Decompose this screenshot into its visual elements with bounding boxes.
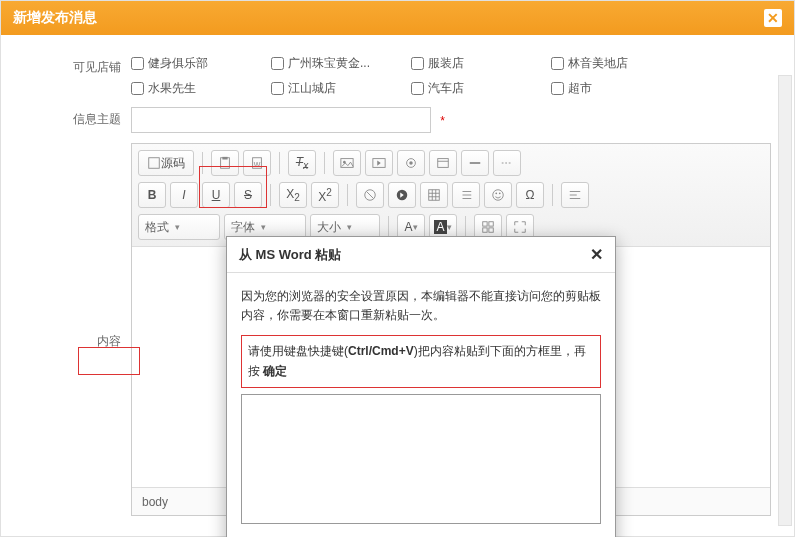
store-label: 健身俱乐部 bbox=[148, 55, 208, 72]
smiley-icon bbox=[491, 188, 505, 202]
label-subject: 信息主题 bbox=[21, 107, 131, 128]
align-left-button[interactable] bbox=[561, 182, 589, 208]
svg-rect-33 bbox=[483, 228, 487, 232]
text-color-icon: A bbox=[404, 220, 412, 234]
subject-field: * bbox=[131, 107, 774, 133]
row-stores: 可见店铺 健身俱乐部 广州珠宝黄金... 服装店 林音美地店 水果先生 江山城店… bbox=[21, 55, 774, 97]
store-checkbox[interactable]: 超市 bbox=[551, 80, 651, 97]
superscript-button[interactable]: X2 bbox=[311, 182, 339, 208]
hr-icon bbox=[468, 156, 482, 170]
source-button[interactable]: 源码 bbox=[138, 150, 194, 176]
list-button[interactable] bbox=[452, 182, 480, 208]
image-button[interactable] bbox=[333, 150, 361, 176]
store-checkbox[interactable]: 江山城店 bbox=[271, 80, 371, 97]
italic-button[interactable]: I bbox=[170, 182, 198, 208]
remove-format-icon: Tx bbox=[296, 155, 308, 171]
separator bbox=[552, 184, 553, 206]
subscript-button[interactable]: X2 bbox=[279, 182, 307, 208]
separator bbox=[270, 184, 271, 206]
dialog-message: 因为您的浏览器的安全设置原因，本编辑器不能直接访问您的剪贴板内容，你需要在本窗口… bbox=[241, 287, 601, 325]
separator bbox=[324, 152, 325, 174]
source-icon bbox=[147, 156, 161, 170]
underline-button[interactable]: U bbox=[202, 182, 230, 208]
hr-button[interactable] bbox=[461, 150, 489, 176]
anchor-button[interactable] bbox=[388, 182, 416, 208]
chevron-down-icon: ▾ bbox=[347, 222, 352, 232]
dialog-title: 从 MS Word 粘贴 bbox=[239, 246, 341, 264]
bold-icon: B bbox=[148, 188, 157, 202]
close-icon[interactable]: ✕ bbox=[590, 245, 603, 264]
store-checkbox[interactable]: 汽车店 bbox=[411, 80, 511, 97]
bold-button[interactable]: B bbox=[138, 182, 166, 208]
paste-button[interactable] bbox=[211, 150, 239, 176]
svg-point-27 bbox=[499, 192, 501, 194]
element-path[interactable]: body bbox=[142, 495, 168, 509]
scrollbar[interactable] bbox=[778, 75, 792, 526]
flash-icon bbox=[372, 156, 386, 170]
store-label: 林音美地店 bbox=[568, 55, 628, 72]
hint-ok: 确定 bbox=[263, 364, 287, 378]
store-checkbox-grid: 健身俱乐部 广州珠宝黄金... 服装店 林音美地店 水果先生 江山城店 汽车店 … bbox=[131, 55, 774, 97]
underline-icon: U bbox=[212, 188, 221, 202]
store-label: 广州珠宝黄金... bbox=[288, 55, 370, 72]
paste-word-button[interactable]: W bbox=[243, 150, 271, 176]
store-checkbox[interactable]: 健身俱乐部 bbox=[131, 55, 231, 72]
pagebreak-icon bbox=[500, 156, 514, 170]
paste-icon bbox=[218, 156, 232, 170]
close-icon[interactable]: ✕ bbox=[764, 9, 782, 27]
store-checkbox[interactable]: 广州珠宝黄金... bbox=[271, 55, 371, 72]
svg-rect-0 bbox=[149, 158, 160, 169]
dialog-hint: 请使用键盘快捷键(Ctrl/Cmd+V)把内容粘贴到下面的方框里，再按 确定 bbox=[241, 335, 601, 387]
table-icon bbox=[427, 188, 441, 202]
toolbar-row-1: 源码 W Tx bbox=[138, 150, 764, 176]
separator bbox=[347, 184, 348, 206]
store-label: 服装店 bbox=[428, 55, 464, 72]
checkbox-icon[interactable] bbox=[131, 57, 144, 70]
chevron-down-icon: ▾ bbox=[175, 222, 180, 232]
link-button[interactable] bbox=[356, 182, 384, 208]
iframe-button[interactable] bbox=[429, 150, 457, 176]
smiley-button[interactable] bbox=[484, 182, 512, 208]
font-label: 字体 bbox=[231, 219, 255, 236]
align-left-icon bbox=[568, 188, 582, 202]
svg-point-26 bbox=[495, 192, 497, 194]
svg-rect-31 bbox=[483, 222, 487, 226]
svg-rect-34 bbox=[489, 228, 493, 232]
record-icon bbox=[404, 156, 418, 170]
modal-header: 新增发布消息 ✕ bbox=[1, 1, 794, 35]
special-char-button[interactable]: Ω bbox=[516, 182, 544, 208]
store-label: 超市 bbox=[568, 80, 592, 97]
modal-window: 新增发布消息 ✕ 可见店铺 健身俱乐部 广州珠宝黄金... 服装店 林音美地店 … bbox=[0, 0, 795, 537]
flash-button[interactable] bbox=[365, 150, 393, 176]
pagebreak-button[interactable] bbox=[493, 150, 521, 176]
checkbox-icon[interactable] bbox=[551, 57, 564, 70]
checkbox-icon[interactable] bbox=[411, 57, 424, 70]
subscript-icon: X2 bbox=[286, 187, 300, 203]
checkbox-icon[interactable] bbox=[271, 82, 284, 95]
subject-input[interactable] bbox=[131, 107, 431, 133]
separator bbox=[388, 216, 389, 238]
checkbox-icon[interactable] bbox=[551, 82, 564, 95]
chevron-down-icon: ▾ bbox=[447, 222, 452, 232]
store-label: 水果先生 bbox=[148, 80, 196, 97]
toolbar-row-2: B I U S X2 X2 bbox=[138, 182, 764, 208]
separator bbox=[202, 152, 203, 174]
row-subject: 信息主题 * bbox=[21, 107, 774, 133]
store-checkbox[interactable]: 服装店 bbox=[411, 55, 511, 72]
checkbox-icon[interactable] bbox=[411, 82, 424, 95]
svg-point-25 bbox=[493, 190, 504, 201]
strike-button[interactable]: S bbox=[234, 182, 262, 208]
iframe-icon bbox=[436, 156, 450, 170]
required-mark: * bbox=[440, 114, 445, 128]
table-button[interactable] bbox=[420, 182, 448, 208]
store-checkbox[interactable]: 水果先生 bbox=[131, 80, 231, 97]
editor-toolbar: 源码 W Tx bbox=[132, 144, 770, 247]
checkbox-icon[interactable] bbox=[271, 57, 284, 70]
remove-format-button[interactable]: Tx bbox=[288, 150, 316, 176]
store-checkbox[interactable]: 林音美地店 bbox=[551, 55, 651, 72]
paste-dialog: 从 MS Word 粘贴 ✕ 因为您的浏览器的安全设置原因，本编辑器不能直接访问… bbox=[226, 236, 616, 537]
checkbox-icon[interactable] bbox=[131, 82, 144, 95]
format-select[interactable]: 格式▾ bbox=[138, 214, 220, 240]
paste-textarea[interactable] bbox=[241, 394, 601, 524]
record-button[interactable] bbox=[397, 150, 425, 176]
